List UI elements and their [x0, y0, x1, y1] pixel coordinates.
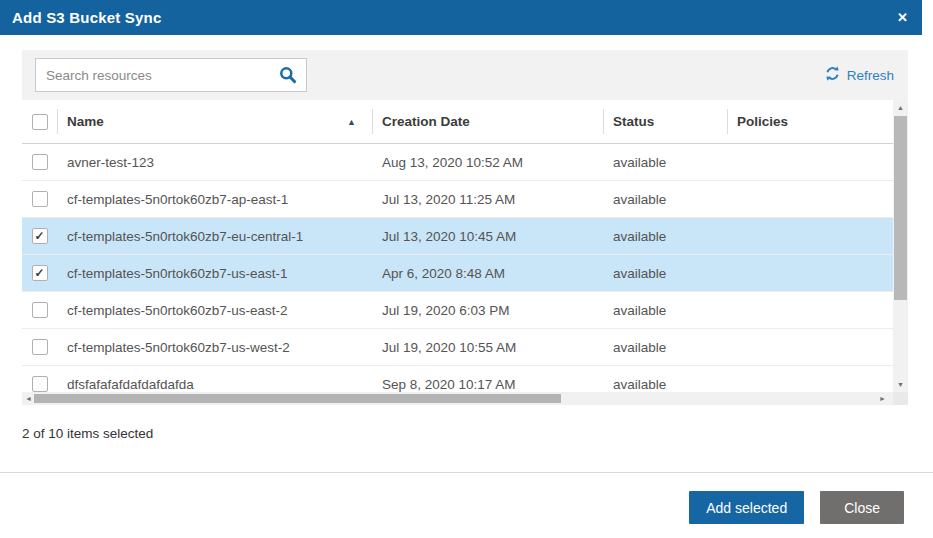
refresh-label: Refresh [847, 68, 894, 83]
refresh-button[interactable]: Refresh [825, 66, 894, 84]
column-header-status[interactable]: Status [603, 100, 727, 143]
row-checkbox-cell [22, 191, 57, 207]
search-box [35, 58, 307, 92]
search-input[interactable] [36, 68, 279, 83]
row-checkbox[interactable]: ✓ [32, 228, 48, 244]
cell-name: dfsfafafafdafdafdafda [57, 377, 372, 392]
cell-creation-date: Jul 13, 2020 10:45 AM [372, 229, 603, 244]
cell-creation-date: Jul 19, 2020 6:03 PM [372, 303, 603, 318]
selection-summary: 2 of 10 items selected [22, 426, 922, 444]
table-row[interactable]: cf-templates-5n0rtok60zb7-ap-east-1 Jul … [22, 181, 893, 218]
cell-name: cf-templates-5n0rtok60zb7-us-east-2 [57, 303, 372, 318]
column-divider [57, 109, 58, 134]
toolbar-panel: Refresh [22, 50, 908, 100]
row-checkbox-cell [22, 339, 57, 355]
row-checkbox[interactable] [32, 339, 48, 355]
table-row[interactable]: ✓ cf-templates-5n0rtok60zb7-us-east-1 Ap… [22, 255, 893, 292]
search-icon[interactable] [279, 66, 306, 84]
table-row[interactable]: cf-templates-5n0rtok60zb7-us-west-2 Jul … [22, 329, 893, 366]
cell-creation-date: Jul 19, 2020 10:55 AM [372, 340, 603, 355]
column-divider [727, 109, 728, 134]
close-icon[interactable]: ✕ [897, 11, 908, 24]
column-divider [372, 109, 373, 134]
column-header-name[interactable]: Name ▲ [57, 100, 372, 143]
row-checkbox-cell [22, 376, 57, 392]
select-all-checkbox[interactable] [32, 114, 48, 130]
column-header-policies[interactable]: Policies [727, 100, 893, 143]
row-checkbox[interactable] [32, 302, 48, 318]
dialog-title: Add S3 Bucket Sync [12, 9, 161, 26]
scroll-right-icon[interactable]: ► [879, 392, 886, 405]
vertical-scrollbar-thumb[interactable] [894, 116, 907, 300]
cell-status: available [603, 266, 727, 281]
cell-status: available [603, 340, 727, 355]
refresh-icon [825, 66, 840, 84]
cell-name: cf-templates-5n0rtok60zb7-eu-central-1 [57, 229, 372, 244]
row-checkbox[interactable] [32, 154, 48, 170]
cell-creation-date: Apr 6, 2020 8:48 AM [372, 266, 603, 281]
cell-status: available [603, 192, 727, 207]
add-selected-button[interactable]: Add selected [689, 491, 804, 524]
column-divider [603, 109, 604, 134]
row-checkbox-cell [22, 302, 57, 318]
horizontal-scrollbar-thumb[interactable] [34, 394, 561, 403]
horizontal-scrollbar[interactable]: ◄ ► [22, 392, 908, 405]
dialog-actions: Add selected Close [0, 473, 922, 524]
row-checkbox-cell: ✓ [22, 228, 57, 244]
cell-status: available [603, 303, 727, 318]
table-row[interactable]: ✓ cf-templates-5n0rtok60zb7-eu-central-1… [22, 218, 893, 255]
cell-creation-date: Aug 13, 2020 10:52 AM [372, 155, 603, 170]
dialog-titlebar: Add S3 Bucket Sync ✕ [0, 0, 922, 35]
table-header-row: Name ▲ Creation Date Status Policies [22, 100, 893, 144]
cell-creation-date: Jul 13, 2020 11:25 AM [372, 192, 603, 207]
table-body: avner-test-123 Aug 13, 2020 10:52 AM ava… [22, 144, 893, 392]
scrollbar-corner [893, 392, 908, 405]
add-s3-bucket-sync-dialog: Add S3 Bucket Sync ✕ Refresh [0, 0, 922, 524]
cell-status: available [603, 155, 727, 170]
select-all-cell [22, 100, 57, 143]
vertical-scrollbar[interactable]: ▲ ▼ [893, 100, 908, 392]
scroll-down-icon[interactable]: ▼ [893, 381, 908, 388]
table-row[interactable]: cf-templates-5n0rtok60zb7-us-east-2 Jul … [22, 292, 893, 329]
cell-creation-date: Sep 8, 2020 10:17 AM [372, 377, 603, 392]
row-checkbox-cell [22, 154, 57, 170]
close-button[interactable]: Close [820, 491, 904, 524]
column-header-creation-date[interactable]: Creation Date [372, 100, 603, 143]
resources-table: Name ▲ Creation Date Status Policies avn… [22, 100, 908, 405]
scroll-up-icon[interactable]: ▲ [893, 104, 908, 111]
cell-name: cf-templates-5n0rtok60zb7-ap-east-1 [57, 192, 372, 207]
row-checkbox[interactable] [32, 376, 48, 392]
cell-name: avner-test-123 [57, 155, 372, 170]
cell-status: available [603, 377, 727, 392]
table-row[interactable]: dfsfafafafdafdafdafda Sep 8, 2020 10:17 … [22, 366, 893, 392]
sort-ascending-icon[interactable]: ▲ [347, 117, 356, 127]
row-checkbox-cell: ✓ [22, 265, 57, 281]
cell-status: available [603, 229, 727, 244]
row-checkbox[interactable] [32, 191, 48, 207]
table-row[interactable]: avner-test-123 Aug 13, 2020 10:52 AM ava… [22, 144, 893, 181]
row-checkbox[interactable]: ✓ [32, 265, 48, 281]
scroll-left-icon[interactable]: ◄ [25, 392, 32, 405]
cell-name: cf-templates-5n0rtok60zb7-us-east-1 [57, 266, 372, 281]
cell-name: cf-templates-5n0rtok60zb7-us-west-2 [57, 340, 372, 355]
